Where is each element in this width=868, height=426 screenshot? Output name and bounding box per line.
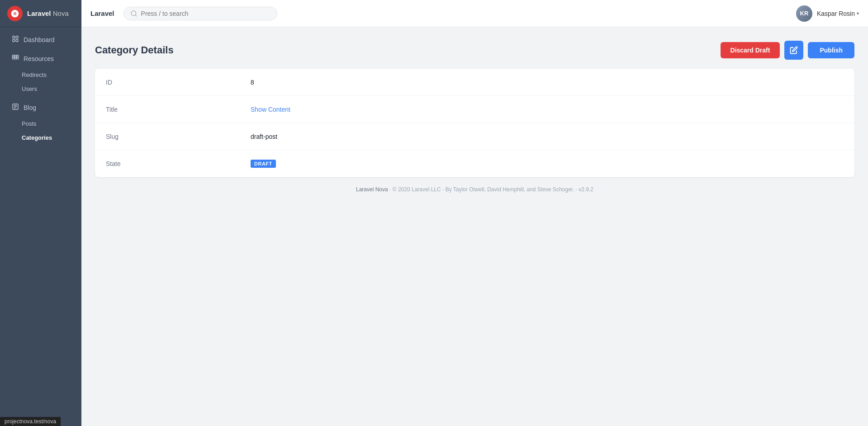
sidebar-item-posts[interactable]: Posts <box>0 117 81 131</box>
edit-icon-button[interactable] <box>784 41 803 60</box>
svg-rect-8 <box>17 55 19 57</box>
sidebar-item-blog[interactable]: Blog <box>3 99 79 116</box>
sidebar-blog-label: Blog <box>24 104 36 111</box>
user-name[interactable]: Kaspar Rosin ▾ <box>817 10 859 17</box>
detail-label-title: Title <box>106 106 251 113</box>
footer-brand-link[interactable]: Laravel Nova <box>356 186 388 193</box>
app-logo-circle <box>7 6 23 21</box>
status-badge: DRAFT <box>251 160 276 168</box>
svg-rect-7 <box>14 55 16 57</box>
page-title: Category Details <box>95 44 174 56</box>
footer: Laravel Nova · © 2020 Laravel LLC · By T… <box>95 177 854 202</box>
svg-rect-11 <box>17 57 19 59</box>
resources-icon <box>12 54 19 63</box>
blog-icon <box>12 103 19 112</box>
sidebar-item-label: Resources <box>24 55 54 62</box>
svg-rect-4 <box>13 39 15 42</box>
sidebar-item-redirects[interactable]: Redirects <box>0 68 81 82</box>
detail-value-title[interactable]: Show Content <box>251 106 844 113</box>
detail-card: ID 8 Title Show Content Slug draft-post … <box>95 69 854 177</box>
topbar-brand: Laravel <box>90 9 114 17</box>
sidebar-item-label: Dashboard <box>24 36 55 43</box>
detail-row-title: Title Show Content <box>95 96 854 123</box>
dashboard-icon <box>12 35 19 44</box>
svg-rect-3 <box>16 36 18 38</box>
detail-value-state: DRAFT <box>251 160 844 168</box>
svg-rect-9 <box>12 57 14 59</box>
svg-line-1 <box>135 15 137 16</box>
svg-point-0 <box>131 11 136 16</box>
search-input[interactable] <box>141 10 270 17</box>
search-bar[interactable] <box>123 7 277 20</box>
detail-row-state: State DRAFT <box>95 150 854 177</box>
detail-row-id: ID 8 <box>95 69 854 96</box>
detail-value-id: 8 <box>251 79 844 86</box>
avatar: KR <box>796 5 812 22</box>
publish-button[interactable]: Publish <box>808 42 854 58</box>
detail-label-id: ID <box>106 79 251 86</box>
detail-label-state: State <box>106 160 251 167</box>
search-icon <box>130 10 138 17</box>
detail-label-slug: Slug <box>106 133 251 140</box>
edit-icon <box>790 46 798 54</box>
svg-rect-6 <box>12 55 14 57</box>
footer-separator: · <box>389 186 393 193</box>
detail-value-slug: draft-post <box>251 133 844 140</box>
chevron-down-icon: ▾ <box>857 11 859 16</box>
svg-rect-10 <box>14 57 16 59</box>
app-logo-text: Laravel Nova <box>27 9 69 17</box>
sidebar-item-categories[interactable]: Categories <box>0 131 81 145</box>
footer-version: v2.9.2 <box>579 186 593 193</box>
sidebar-item-users[interactable]: Users <box>0 82 81 96</box>
statusbar: projectnova.test/nova <box>0 417 61 426</box>
sidebar-item-resources[interactable]: Resources <box>3 50 79 67</box>
sidebar-item-dashboard[interactable]: Dashboard <box>3 31 79 49</box>
svg-rect-5 <box>16 39 18 42</box>
svg-rect-2 <box>13 36 15 38</box>
footer-copyright: © 2020 Laravel LLC · By Taylor Otwell, D… <box>393 186 574 193</box>
discard-draft-button[interactable]: Discard Draft <box>721 42 780 58</box>
detail-row-slug: Slug draft-post <box>95 123 854 150</box>
